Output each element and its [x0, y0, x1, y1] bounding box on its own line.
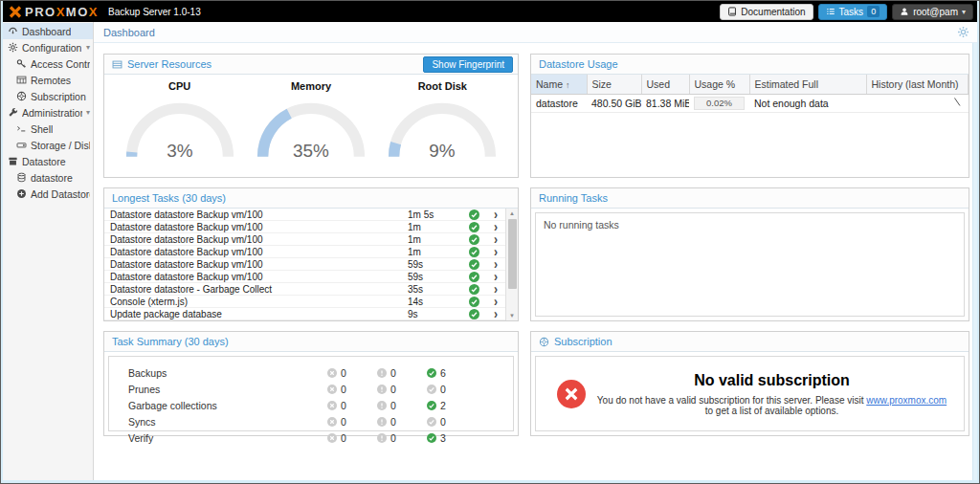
breadcrumb: Dashboard — [94, 22, 977, 43]
gauge-root-disk: Root Disk9% — [377, 80, 508, 175]
hdd-icon — [16, 140, 27, 150]
panel-task-summary: Task Summary (30 days) Backups006Prunes0… — [103, 331, 519, 436]
summary-label: Backups — [128, 367, 327, 379]
summary-row-prunes: Prunes000 — [128, 381, 477, 397]
summary-warning-count[interactable]: 0 — [377, 400, 427, 411]
sidebar-item-label: datastore — [31, 172, 73, 184]
summary-ok-count[interactable]: 3 — [427, 432, 477, 444]
summary-warning-count[interactable]: 0 — [377, 432, 427, 444]
summary-error-count[interactable]: 0 — [327, 367, 377, 379]
sidebar-item-add-datastore[interactable]: Add Datastore — [3, 186, 93, 202]
task-name: Datastore datastore Backup vm/100 — [110, 209, 408, 220]
key-icon — [16, 58, 27, 69]
sidebar-item-configuration[interactable]: Configuration▾ — [3, 39, 93, 55]
task-row[interactable]: Datastore datastore Backup vm/1001m› — [104, 233, 505, 246]
show-fingerprint-button[interactable]: Show Fingerprint — [423, 56, 513, 73]
task-duration: 1m — [408, 222, 469, 232]
scroll-down-icon[interactable]: ▼ — [509, 311, 515, 320]
task-row[interactable]: Datastore datastore Backup vm/1001m 5s› — [104, 209, 505, 221]
subscription-message: You do not have a valid subscription for… — [593, 395, 950, 416]
task-ok-icon — [469, 309, 488, 319]
sidebar-item-shell[interactable]: Shell — [3, 121, 93, 137]
plus-circle-icon — [16, 188, 27, 199]
scrollbar-thumb[interactable] — [508, 219, 517, 289]
task-name: Update package database — [110, 309, 408, 319]
sidebar-item-datastore[interactable]: datastore — [3, 169, 93, 186]
no-subscription-heading: No valid subscription — [593, 372, 950, 389]
sidebar-item-label: Access Control — [31, 58, 90, 70]
task-name: Console (xterm.js) — [110, 297, 408, 307]
summary-ok-count[interactable]: 0 — [427, 384, 477, 395]
summary-error-count[interactable]: 0 — [327, 400, 377, 411]
documentation-button[interactable]: Documentation — [720, 4, 813, 20]
task-duration: 59s — [408, 259, 469, 270]
sidebar-item-subscription[interactable]: Subscription — [3, 88, 93, 104]
task-name: Datastore datastore - Garbage Collect — [110, 284, 408, 295]
summary-warning-count[interactable]: 0 — [377, 367, 427, 379]
sidebar-item-storage-disks[interactable]: Storage / Disks — [3, 137, 93, 153]
sidebar-item-access-control[interactable]: Access Control — [3, 55, 93, 72]
column-header-used[interactable]: Used — [641, 75, 689, 94]
collapse-caret-icon[interactable]: ▾ — [86, 108, 90, 117]
summary-ok-count[interactable]: 6 — [427, 367, 477, 379]
column-header-name[interactable]: Name ↑ — [531, 75, 587, 94]
sidebar-item-label: Datastore — [22, 156, 66, 167]
tachometer-icon — [8, 26, 18, 36]
task-row[interactable]: Datastore datastore - Garbage Collect35s… — [104, 283, 505, 296]
no-running-tasks-text: No running tasks — [536, 213, 627, 316]
cell-history — [866, 94, 969, 112]
sidebar-item-dashboard[interactable]: Dashboard — [3, 23, 93, 39]
brand-text: PROXMOX — [25, 6, 99, 18]
summary-error-count[interactable]: 0 — [327, 432, 377, 444]
proxmox-logo: PROXMOX — [9, 6, 99, 18]
task-row[interactable]: Datastore datastore Backup vm/10059s› — [104, 271, 505, 283]
sidebar-item-datastore[interactable]: Datastore — [3, 153, 93, 169]
task-duration: 1m — [408, 247, 469, 257]
top-bar: PROXMOX Backup Server 1.0-13 Documentati… — [3, 1, 977, 22]
cell-used: 81.38 MiB — [641, 94, 689, 112]
column-header-usage[interactable]: Usage % — [689, 75, 749, 94]
summary-row-garbage-collections: Garbage collections002 — [128, 397, 477, 413]
task-name: Datastore datastore Backup vm/100 — [110, 222, 408, 232]
datastore-row[interactable]: datastore480.50 GiB81.38 MiB0.02%Not eno… — [531, 94, 969, 112]
column-header-size[interactable]: Size — [587, 75, 641, 94]
sidebar-item-remotes[interactable]: Remotes — [3, 72, 93, 88]
gauge-value: 9% — [430, 141, 457, 161]
error-circle-icon — [549, 380, 593, 408]
tasks-button[interactable]: Tasks 0 — [818, 4, 888, 20]
column-header-history-last-month[interactable]: History (last Month) — [866, 75, 969, 94]
task-row[interactable]: Console (xterm.js)14s› — [104, 296, 505, 308]
summary-error-count[interactable]: 0 — [327, 384, 377, 395]
summary-ok-count[interactable]: 2 — [427, 400, 477, 411]
task-ok-icon — [469, 259, 488, 270]
sidebar-item-label: Configuration — [22, 42, 81, 54]
summary-warning-count[interactable]: 0 — [377, 416, 427, 428]
sidebar-item-label: Remotes — [31, 75, 71, 86]
sidebar-item-label: Dashboard — [22, 26, 71, 37]
sidebar-item-administration[interactable]: Administration▾ — [3, 104, 93, 121]
summary-label: Verify — [128, 432, 327, 444]
task-row[interactable]: Datastore datastore Backup vm/1001m› — [104, 246, 505, 258]
task-duration: 59s — [408, 272, 469, 282]
cell-name: datastore — [531, 94, 587, 112]
main-scrollbar[interactable] — [972, 43, 977, 480]
scroll-up-icon[interactable]: ▲ — [509, 209, 515, 218]
chevron-right-icon[interactable]: › — [488, 305, 503, 322]
task-row[interactable]: Datastore datastore Backup vm/10059s› — [104, 258, 505, 271]
task-duration: 9s — [408, 309, 469, 319]
collapse-caret-icon[interactable]: ▾ — [86, 43, 90, 52]
tasks-scrollbar[interactable]: ▲ ▼ — [505, 209, 518, 320]
summary-label: Prunes — [128, 384, 327, 395]
task-row[interactable]: Datastore datastore Backup vm/1001m› — [104, 221, 505, 233]
cell-usage: 0.02% — [689, 94, 749, 112]
column-header-estimated-full[interactable]: Estimated Full — [749, 75, 866, 94]
wrench-icon — [8, 107, 18, 118]
user-menu-button[interactable]: root@pam ▾ — [892, 4, 973, 20]
proxmox-link[interactable]: www.proxmox.com — [866, 395, 947, 406]
task-row[interactable]: Update package database9s› — [104, 308, 505, 320]
caret-down-icon: ▾ — [962, 8, 966, 16]
summary-warning-count[interactable]: 0 — [377, 384, 427, 395]
dashboard-settings-gear-icon[interactable] — [957, 26, 969, 38]
summary-ok-count[interactable]: 0 — [427, 416, 477, 428]
summary-error-count[interactable]: 0 — [327, 416, 377, 428]
